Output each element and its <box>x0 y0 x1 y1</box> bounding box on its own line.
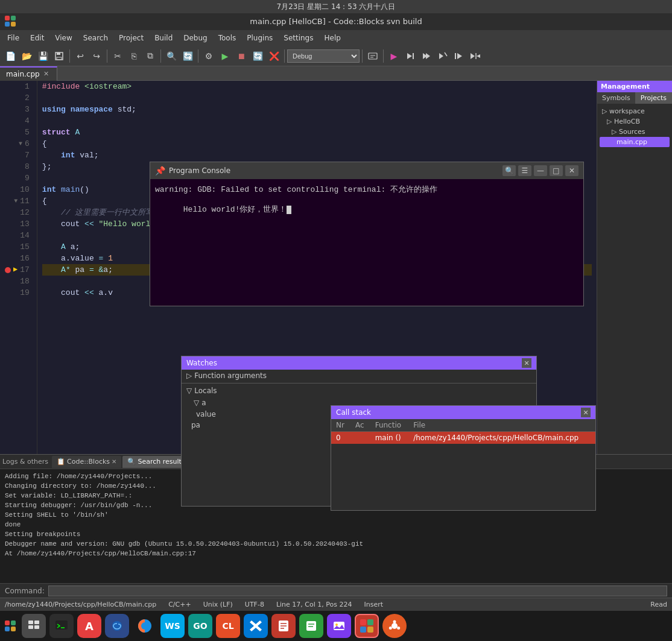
menu-view[interactable]: View <box>50 33 77 43</box>
tab-main-cpp[interactable]: main.cpp ✕ <box>0 66 57 81</box>
taskbar-notes-button[interactable] <box>299 614 323 638</box>
svg-marker-9 <box>426 53 430 59</box>
debug-step-button[interactable] <box>419 48 434 64</box>
breakpoint-17[interactable] <box>5 267 11 273</box>
command-input[interactable] <box>48 586 667 596</box>
menu-file[interactable]: File <box>2 33 24 43</box>
rebuild-button[interactable]: 🔄 <box>250 48 265 64</box>
save-all-button[interactable] <box>51 48 67 64</box>
taskbar-goland-button[interactable]: GO <box>188 614 212 638</box>
debug-more-button[interactable] <box>468 48 483 64</box>
log-line-8: Debugger name and version: GNU gdb (Ubun… <box>5 539 667 549</box>
taskbar-webstorm-button[interactable]: WS <box>160 614 185 638</box>
command-label: Command: <box>5 587 45 595</box>
line-2: 2 <box>5 92 32 104</box>
callstack-content: Nr Ac Functio File 0 main () /home/zy144… <box>331 419 595 444</box>
tree-sources[interactable]: ▷ Sources <box>600 127 670 137</box>
console-search-button[interactable]: 🔍 <box>502 165 516 176</box>
save-button[interactable]: 💾 <box>35 48 51 64</box>
taskbar-system-button[interactable] <box>382 614 407 638</box>
callstack-header-row: Nr Ac Functio File <box>331 419 595 432</box>
watches-close-button[interactable]: ✕ <box>522 358 531 368</box>
menu-build[interactable]: Build <box>150 33 177 43</box>
taskbar-vscode-button[interactable] <box>244 614 268 638</box>
console-line-1: warning: GDB: Failed to set controlling … <box>155 184 578 195</box>
logo-sq-green <box>11 16 16 21</box>
copy-button[interactable]: ⎘ <box>126 48 142 64</box>
taskbar-thunderbird-button[interactable] <box>105 614 129 638</box>
taskbar-wps-button[interactable] <box>271 614 296 638</box>
tree-main-cpp[interactable]: main.cpp <box>600 137 670 147</box>
debug-log-button[interactable] <box>365 48 381 64</box>
menu-search[interactable]: Search <box>78 33 113 43</box>
undo-button[interactable]: ↩ <box>72 48 88 64</box>
ws-label: WS <box>165 621 180 631</box>
console-menu-button[interactable]: ☰ <box>518 165 531 176</box>
tab-close-button[interactable]: ✕ <box>42 70 51 78</box>
menu-settings[interactable]: Settings <box>279 33 318 43</box>
svg-rect-30 <box>306 621 316 631</box>
title-bar: main.cpp [HelloCB] - Code::Blocks svn bu… <box>0 13 672 30</box>
log-line-6: done <box>5 520 667 529</box>
console-close-button[interactable]: ✕ <box>565 165 578 176</box>
callstack-close-button[interactable]: ✕ <box>581 408 591 417</box>
menu-debug[interactable]: Debug <box>179 33 212 43</box>
taskbar-appstore-button[interactable]: A <box>77 614 101 638</box>
tree-hellocb[interactable]: ▷ HelloCB <box>600 116 670 127</box>
close-codeblocks-tab[interactable]: ✕ <box>112 458 116 465</box>
taskbar-firefox-button[interactable] <box>133 614 157 638</box>
management-header: Management <box>597 81 672 92</box>
debug-config-select[interactable]: Debug <box>287 49 360 63</box>
run-button[interactable]: ▶ <box>217 48 233 64</box>
redo-button[interactable]: ↪ <box>89 48 104 64</box>
console-minimize-button[interactable]: — <box>534 165 547 176</box>
taskbar-photo-button[interactable] <box>327 614 351 638</box>
projects-tab[interactable]: Projects <box>636 92 672 104</box>
open-button[interactable]: 📂 <box>19 48 34 64</box>
new-file-button[interactable]: 📄 <box>2 48 18 64</box>
fold-11[interactable]: ▼ <box>14 195 17 207</box>
console-pin-button[interactable]: 📌 <box>155 166 165 175</box>
find-button[interactable]: 🔍 <box>163 48 179 64</box>
line-11: ▼11 <box>5 195 32 207</box>
debug-next-button[interactable] <box>402 48 418 64</box>
debug-stepout-button[interactable] <box>435 48 451 64</box>
tab-codeblocks-log[interactable]: 📋 Code::Blocks ✕ <box>52 456 121 468</box>
line-3: 3 <box>5 104 32 115</box>
menu-plugins[interactable]: Plugins <box>242 33 277 43</box>
menu-edit[interactable]: Edit <box>25 33 49 43</box>
taskbar-files-button[interactable] <box>22 614 46 638</box>
tree-workspace[interactable]: ▷ workspace <box>600 106 670 116</box>
debug-run-button[interactable]: ▶ <box>386 48 402 64</box>
build-settings-button[interactable]: ⚙ <box>201 48 217 64</box>
svg-marker-10 <box>439 53 443 59</box>
code-line-3: using namespace std; <box>42 104 592 115</box>
line-17: ▶ 17 <box>5 264 32 276</box>
replace-button[interactable]: 🔄 <box>180 48 195 64</box>
callstack-row-0[interactable]: 0 main () /home/zy1440/Projects/cpp/Hell… <box>331 432 595 444</box>
paste-button[interactable]: ⧉ <box>142 48 158 64</box>
toolbar-sep-6 <box>362 49 363 63</box>
taskbar-clion-button[interactable]: CL <box>216 614 240 638</box>
menu-help[interactable]: Help <box>319 33 345 43</box>
workspace-expand: ▷ <box>602 107 609 115</box>
menu-tools[interactable]: Tools <box>214 33 241 43</box>
menu-project[interactable]: Project <box>114 33 148 43</box>
ts-sq-blue <box>5 627 10 631</box>
abort-button[interactable]: ❌ <box>266 48 282 64</box>
col-ac: Ac <box>350 419 370 432</box>
status-encoding: UTF-8 <box>245 601 264 608</box>
taskbar-codeblocks-button[interactable] <box>355 614 379 638</box>
symbols-tab[interactable]: Symbols <box>597 92 636 104</box>
cl-label: CL <box>222 621 233 631</box>
stop-build-button[interactable]: ⏹ <box>233 48 249 64</box>
cut-button[interactable]: ✂ <box>110 48 125 64</box>
line-1: 1 <box>5 81 32 92</box>
fold-6[interactable]: ▼ <box>19 138 22 150</box>
tab-search-results[interactable]: 🔍 Search results <box>122 456 189 468</box>
debug-continue-button[interactable] <box>451 48 467 64</box>
console-maximize-button[interactable]: □ <box>550 165 563 176</box>
tab-label: main.cpp <box>6 70 40 78</box>
taskbar-terminal-button[interactable] <box>49 614 74 638</box>
svg-rect-20 <box>34 625 39 629</box>
